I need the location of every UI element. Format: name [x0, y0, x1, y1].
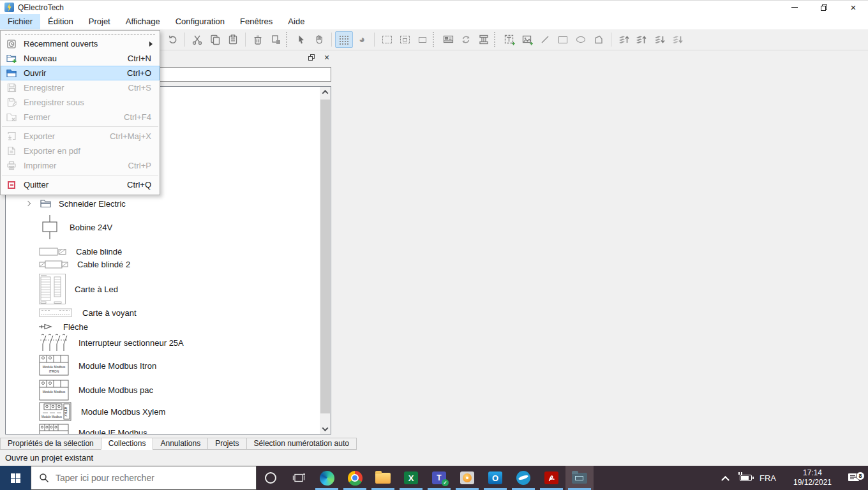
- tree-item-carte-a-led[interactable]: Carte à Led: [6, 274, 331, 304]
- minimize-button[interactable]: [780, 1, 809, 14]
- add-rectangle-button[interactable]: [554, 31, 572, 48]
- dock-float-button[interactable]: [306, 52, 317, 63]
- tray-chevron-up-icon[interactable]: [721, 475, 730, 484]
- menu-configuration[interactable]: Configuration: [168, 14, 232, 29]
- selection-pointer-button[interactable]: [292, 31, 310, 48]
- menu-item-exporter[interactable]: Exporter Ctrl+Maj+X: [1, 129, 160, 144]
- disc-app-icon: [460, 471, 474, 484]
- add-text-button[interactable]: [500, 31, 518, 48]
- menu-item-enregistrer[interactable]: Enregistrer Ctrl+S: [1, 80, 160, 95]
- menu-projet[interactable]: Projet: [81, 14, 118, 29]
- diagram-size-button[interactable]: [414, 31, 431, 48]
- menu-fichier[interactable]: Fichier: [0, 14, 40, 29]
- tree-item-modbus-xylem[interactable]: XYLEMModule Modbus Module Modbus Xylem: [6, 401, 331, 422]
- menu-affichage[interactable]: Affichage: [118, 14, 168, 29]
- scrollbar-thumb[interactable]: [320, 100, 330, 413]
- tab-projets[interactable]: Projets: [207, 438, 246, 450]
- conductor-button[interactable]: [475, 31, 493, 48]
- tree-item-fleche[interactable]: Fléche: [6, 320, 331, 334]
- tab-selection-numerotation[interactable]: Sélection numérotation auto: [246, 438, 357, 450]
- menu-item-imprimer[interactable]: Imprimer Ctrl+P: [1, 158, 160, 173]
- cut-button[interactable]: [188, 31, 206, 48]
- taskbar-search-input[interactable]: [56, 473, 234, 483]
- tree-item-interrupteur[interactable]: Interrupteur sectionneur 25A: [6, 334, 331, 352]
- taskbar-app-outlook[interactable]: O: [481, 466, 509, 490]
- lower-button[interactable]: [650, 31, 668, 48]
- raise-button[interactable]: [615, 31, 632, 48]
- delete-button[interactable]: [249, 31, 267, 48]
- taskbar-app-excel[interactable]: X: [397, 466, 425, 490]
- send-to-back-button[interactable]: [668, 31, 686, 48]
- tree-folder-schneider[interactable]: Schneider Electric: [6, 197, 331, 211]
- dock-close-button[interactable]: ×: [321, 52, 333, 63]
- toolbar-handle[interactable]: [433, 32, 435, 47]
- menu-fenetres[interactable]: Fenêtres: [232, 14, 280, 29]
- scroll-up-button[interactable]: [320, 87, 331, 97]
- tree-item-cable-blinde[interactable]: Cable blindé: [6, 245, 331, 258]
- tree-item-modbus-itron[interactable]: Module ModbusITRON Module Modbus Itron: [6, 353, 331, 378]
- menu-tearoff-handle[interactable]: [5, 34, 155, 34]
- tree-scrollbar[interactable]: [320, 87, 331, 434]
- toolbar-handle[interactable]: [286, 32, 288, 47]
- tree-item-bobine[interactable]: Bobine 24V: [6, 214, 331, 240]
- start-button[interactable]: [0, 466, 31, 490]
- menu-item-nouveau[interactable]: Nouveau Ctrl+N: [1, 51, 160, 66]
- task-view-button[interactable]: [285, 466, 313, 490]
- copy-button[interactable]: [206, 31, 224, 48]
- taskbar-app-explorer[interactable]: [369, 466, 397, 490]
- add-ellipse-button[interactable]: [572, 31, 590, 48]
- coil-symbol-icon: [39, 215, 61, 239]
- menu-item-enregistrer-sous[interactable]: Enregistrer sous: [1, 95, 160, 110]
- battery-icon[interactable]: [740, 475, 752, 481]
- toolbar-handle[interactable]: [494, 32, 497, 47]
- tab-annulations[interactable]: Annulations: [153, 438, 208, 450]
- menu-item-fermer[interactable]: Fermer Ctrl+F4: [1, 110, 160, 124]
- rotate-button[interactable]: [457, 31, 475, 48]
- taskbar-app-edge[interactable]: [313, 466, 341, 490]
- add-image-button[interactable]: [518, 31, 536, 48]
- select-area-button[interactable]: [378, 31, 396, 48]
- duplicate-button[interactable]: [267, 31, 285, 48]
- taskbar-app-qelectrotech[interactable]: [565, 466, 594, 490]
- close-button[interactable]: ×: [839, 1, 868, 14]
- add-line-button[interactable]: [536, 31, 554, 48]
- menu-item-exporter-pdf[interactable]: Exporter en pdf: [1, 144, 160, 158]
- restore-button[interactable]: [809, 1, 839, 14]
- tree-item-modbus-pac[interactable]: Module Modbus Module Modbus pac: [6, 378, 331, 401]
- taskbar-app-teams[interactable]: T✓: [425, 466, 453, 490]
- paste-button[interactable]: [224, 31, 242, 48]
- background-toggle-button[interactable]: ◕: [353, 31, 371, 48]
- select-all-button[interactable]: [396, 31, 414, 48]
- menu-item-quitter[interactable]: Quitter Ctrl+Q: [1, 177, 160, 192]
- bring-to-front-button[interactable]: [632, 31, 650, 48]
- scroll-down-button[interactable]: [320, 424, 331, 434]
- titleblock-button[interactable]: [439, 31, 457, 48]
- tab-collections[interactable]: Collections: [101, 438, 154, 450]
- menu-item-ouvrir[interactable]: Ouvrir Ctrl+O: [1, 66, 160, 80]
- cortana-button[interactable]: [257, 466, 285, 490]
- menu-edition[interactable]: Édition: [40, 14, 81, 29]
- close-file-icon: [5, 113, 18, 122]
- menu-item-recemment-ouverts[interactable]: Récemment ouverts: [1, 36, 160, 51]
- edge-icon: [320, 471, 334, 486]
- grid-toggle-button[interactable]: [335, 31, 353, 48]
- language-indicator[interactable]: FRA: [760, 473, 776, 483]
- taskbar-clock[interactable]: 17:14 19/12/2021: [785, 468, 840, 487]
- pan-hand-button[interactable]: [310, 31, 328, 48]
- taskbar-app-media[interactable]: [453, 466, 481, 490]
- tree-item-module-if-modbus[interactable]: Module IF Modbus: [6, 422, 331, 434]
- dock-close-icon: ×: [324, 52, 329, 63]
- search-icon: [39, 473, 49, 483]
- taskbar-app-zscaler[interactable]: [509, 466, 537, 490]
- taskbar-search-box[interactable]: [31, 466, 257, 490]
- tab-proprietes[interactable]: Propriétés de la sélection: [0, 438, 101, 450]
- taskbar-app-acrobat[interactable]: [537, 466, 565, 490]
- add-polygon-button[interactable]: [590, 31, 608, 48]
- tree-item-cable-blinde-2[interactable]: Cable blindé 2: [6, 258, 331, 271]
- tree-item-carte-a-voyant[interactable]: Carte à voyant: [6, 306, 331, 320]
- app-logo-icon: [4, 3, 14, 12]
- taskbar-app-chrome[interactable]: [341, 466, 369, 490]
- notification-center-button[interactable]: 8: [840, 473, 868, 483]
- menu-aide[interactable]: Aide: [280, 14, 312, 29]
- redo-button[interactable]: [163, 31, 181, 48]
